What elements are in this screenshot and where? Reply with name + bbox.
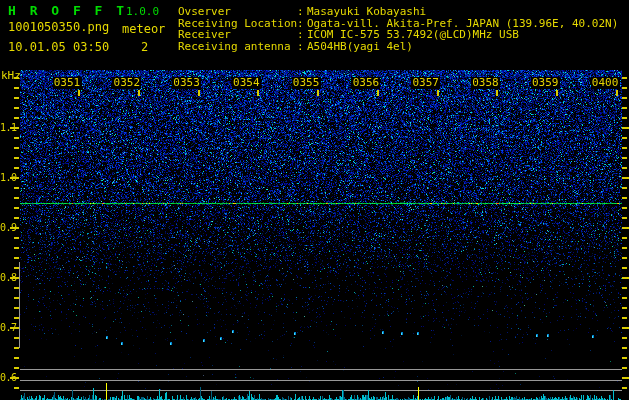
- time-tick-label: 0355: [292, 77, 321, 89]
- spectrogram-canvas: [0, 0, 629, 400]
- station-info-block: Ovserver:Masayuki KobayashiReceiving Loc…: [178, 6, 618, 52]
- time-tick-label: 0354: [232, 77, 261, 89]
- time-tick-label: 0357: [411, 77, 440, 89]
- time-tick-label: 0356: [351, 77, 380, 89]
- info-separator: :: [297, 6, 307, 18]
- hrofft-screen: H R O F F T 1.0.0 1001050350.png meteor …: [0, 0, 629, 400]
- freq-tick-label: 1.0: [0, 173, 17, 183]
- time-tick-label: 0359: [531, 77, 560, 89]
- freq-tick-label: 0.6: [0, 373, 17, 383]
- time-tick-label: 0358: [471, 77, 500, 89]
- time-tick-label: 0352: [112, 77, 141, 89]
- y-axis-unit-label: kHz: [1, 69, 21, 82]
- info-label: Receiving antenna: [178, 41, 297, 53]
- freq-tick-label: 0.9: [0, 223, 17, 233]
- time-tick-label: 0400: [591, 77, 620, 89]
- station-info-row: Receiving antenna:A504HB(yagi 4el): [178, 41, 618, 53]
- info-value: A504HB(yagi 4el): [307, 40, 413, 53]
- output-filename: 1001050350.png: [8, 20, 109, 34]
- info-label: Ovserver: [178, 6, 297, 18]
- freq-tick-label: 0.8: [0, 273, 17, 283]
- meteor-count: 2: [141, 40, 148, 54]
- time-tick-label: 0353: [172, 77, 201, 89]
- mode-label: meteor: [122, 22, 165, 36]
- freq-tick-label: 1.1: [0, 123, 17, 133]
- info-separator: :: [297, 41, 307, 53]
- record-datetime: 10.01.05 03:50: [8, 40, 109, 54]
- freq-tick-label: 0.7: [0, 323, 17, 333]
- time-tick-label: 0351: [53, 77, 82, 89]
- app-title: H R O F F T: [8, 3, 127, 18]
- app-version: 1.0.0: [126, 5, 159, 18]
